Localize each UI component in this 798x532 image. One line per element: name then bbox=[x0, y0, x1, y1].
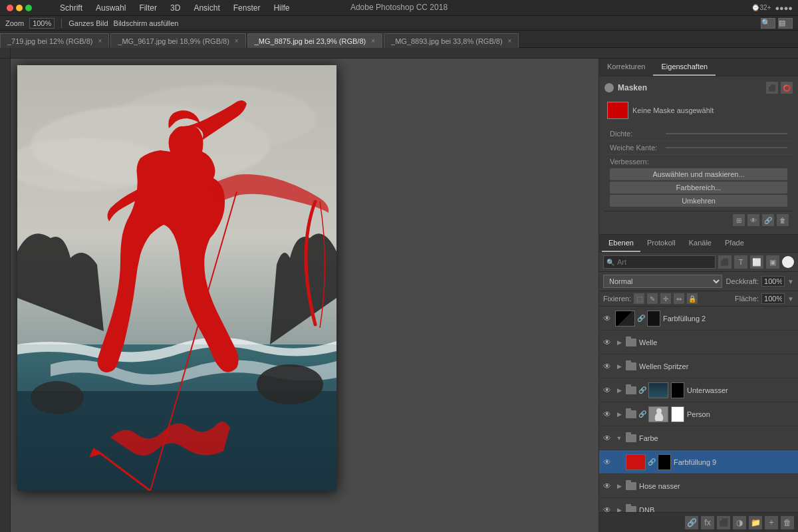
layer-visibility-2[interactable]: 👁 bbox=[602, 361, 612, 372]
tab-1[interactable]: _MG_9617.jpg bei 18,9% (RGB/8) × bbox=[110, 33, 245, 48]
layer-item[interactable]: 👁 🔗 Farbfüllung 2 bbox=[599, 307, 798, 331]
tab-korrekturen[interactable]: Korrekturen bbox=[599, 59, 653, 76]
tab-close-1[interactable]: × bbox=[235, 37, 239, 45]
search-box[interactable]: 🔍 bbox=[603, 255, 716, 269]
layer-expand-4[interactable]: ▶ bbox=[615, 410, 623, 418]
blend-mode-select[interactable]: Normal bbox=[603, 275, 722, 288]
menu-hilfe[interactable]: Hilfe bbox=[267, 0, 296, 15]
maske-row: Keine Maske ausgewählt bbox=[604, 99, 793, 122]
layer-visibility-6[interactable]: 👁 bbox=[602, 457, 612, 467]
umkehren-btn[interactable]: Umkehren bbox=[610, 195, 787, 207]
menu-3d[interactable]: 3D bbox=[164, 0, 187, 15]
layer-expand-2[interactable]: ▶ bbox=[615, 362, 623, 370]
layer-expand-8[interactable]: ▶ bbox=[615, 506, 623, 513]
menu-ansicht[interactable]: Ansicht bbox=[187, 0, 226, 15]
fix-icon-4[interactable]: ⇔ bbox=[674, 293, 684, 304]
layers-list[interactable]: 👁 🔗 Farbfüllung 2 👁 ▶ Welle bbox=[599, 307, 798, 512]
layer-adj-btn[interactable]: ▣ bbox=[766, 255, 779, 269]
layer-item[interactable]: 👁 🔗 Farbfüllung 9 bbox=[599, 450, 798, 474]
search-icon[interactable]: 🔍 bbox=[761, 18, 775, 29]
layer-visibility-1[interactable]: 👁 bbox=[602, 337, 612, 348]
layer-circle-btn[interactable] bbox=[782, 256, 794, 268]
layer-expand-7[interactable]: ▶ bbox=[615, 482, 623, 490]
menu-schrift[interactable]: Schrift bbox=[53, 0, 89, 15]
layer-link-6: 🔗 bbox=[648, 454, 655, 470]
layer-visibility-5[interactable]: 👁 bbox=[602, 433, 612, 444]
tab-3[interactable]: _MG_8893.jpg bei 33,8% (RGB/8) × bbox=[384, 33, 519, 48]
menu-fenster[interactable]: Fenster bbox=[227, 0, 267, 15]
add-link-btn[interactable]: 🔗 bbox=[685, 516, 698, 529]
prop-icon-4[interactable]: 🗑 bbox=[777, 214, 789, 226]
layer-name-7: Hose nasser bbox=[639, 482, 795, 490]
add-pixel-mask-btn[interactable]: ⬛ bbox=[766, 82, 778, 94]
menu-auswahl[interactable]: Auswahl bbox=[89, 0, 132, 15]
layer-item[interactable]: 👁 ▶ Wellen Spritzer bbox=[599, 354, 798, 378]
tab-eigenschaften[interactable]: Eigenschaften bbox=[653, 59, 716, 76]
layer-visibility-7[interactable]: 👁 bbox=[602, 481, 612, 491]
fixieren-label: Fixieren: bbox=[603, 295, 631, 303]
add-vector-mask-btn[interactable]: ⭕ bbox=[781, 82, 793, 94]
zoom-value[interactable]: 100% bbox=[29, 18, 55, 29]
layer-shape-btn[interactable]: ⬜ bbox=[750, 255, 763, 269]
layers-tab-protokoll[interactable]: Protokoll bbox=[640, 235, 682, 252]
layers-tab-kanaele[interactable]: Kanäle bbox=[682, 235, 718, 252]
layer-search-input[interactable] bbox=[617, 258, 712, 266]
fix-icon-5[interactable]: 🔒 bbox=[687, 293, 698, 304]
tab-2[interactable]: _MG_8875.jpg bei 23,9% (RGB/8) × bbox=[247, 33, 382, 48]
layer-name-8: DNB bbox=[639, 506, 795, 513]
fill-button[interactable]: Bildschirm ausfüllen bbox=[114, 19, 179, 27]
fix-icon-1[interactable]: ⬚ bbox=[634, 293, 644, 304]
dichte-slider[interactable] bbox=[666, 133, 787, 134]
add-mask-btn[interactable]: ⬛ bbox=[717, 516, 730, 529]
add-group-btn[interactable]: 📁 bbox=[749, 516, 762, 529]
layers-panel: Ebenen Protokoll Kanäle Pfade 🔍 ⬛ T ⬜ ▣ … bbox=[599, 235, 798, 532]
layer-folder-4 bbox=[626, 410, 636, 418]
layers-tab-ebenen[interactable]: Ebenen bbox=[602, 235, 640, 252]
layer-item[interactable]: 👁 ▶ Hose nasser bbox=[599, 474, 798, 498]
fix-icon-3[interactable]: ✛ bbox=[660, 293, 671, 304]
tab-close-0[interactable]: × bbox=[98, 37, 102, 45]
main-area: Korrekturen Eigenschaften Masken ⬛ ⭕ Kei… bbox=[0, 59, 798, 532]
weiche-kante-slider[interactable] bbox=[666, 147, 787, 148]
fit-button[interactable]: Ganzes Bild bbox=[68, 19, 108, 27]
layer-item[interactable]: 👁 ▶ 🔗 Unterwasser bbox=[599, 378, 798, 402]
tab-0[interactable]: _719.jpg bei 12% (RGB/8) × bbox=[0, 33, 109, 48]
layer-visibility-8[interactable]: 👁 bbox=[602, 505, 612, 513]
layer-item[interactable]: 👁 ▶ 🔗 Person bbox=[599, 402, 798, 426]
layer-expand-1[interactable]: ▶ bbox=[615, 338, 623, 346]
layer-item[interactable]: 👁 ▼ Farbe bbox=[599, 426, 798, 450]
add-layer-btn[interactable]: + bbox=[765, 516, 778, 529]
layer-visibility-4[interactable]: 👁 bbox=[602, 409, 612, 420]
layer-item[interactable]: 👁 ▶ Welle bbox=[599, 331, 798, 354]
prop-icon-1[interactable]: ⊞ bbox=[733, 214, 745, 226]
farbbereich-btn[interactable]: Farbbereich... bbox=[610, 182, 787, 194]
flaeche-input[interactable] bbox=[761, 293, 785, 304]
fix-icon-2[interactable]: ✎ bbox=[647, 293, 658, 304]
right-panel: Korrekturen Eigenschaften Masken ⬛ ⭕ Kei… bbox=[598, 59, 798, 532]
auswahl-btn[interactable]: Auswählen und maskieren... bbox=[610, 168, 787, 180]
menu-filter[interactable]: Filter bbox=[132, 0, 164, 15]
layer-visibility-3[interactable]: 👁 bbox=[602, 385, 612, 396]
tab-close-3[interactable]: × bbox=[508, 37, 512, 45]
canvas-container[interactable] bbox=[11, 59, 598, 532]
tab-close-2[interactable]: × bbox=[371, 37, 375, 45]
add-adj-btn[interactable]: ◑ bbox=[733, 516, 746, 529]
layer-text-btn[interactable]: T bbox=[734, 255, 747, 269]
layers-tab-pfade[interactable]: Pfade bbox=[718, 235, 751, 252]
prop-icon-3[interactable]: 🔗 bbox=[762, 214, 774, 226]
deckkraft-input[interactable] bbox=[761, 276, 785, 287]
layer-new-group-btn[interactable]: ⬛ bbox=[718, 255, 732, 269]
menu-bar: Schrift Auswahl Filter 3D Ansicht Fenste… bbox=[0, 0, 798, 16]
add-fx-btn[interactable]: fx bbox=[701, 516, 714, 529]
view-icon[interactable]: ▤ bbox=[778, 18, 793, 29]
layer-expand-5[interactable]: ▼ bbox=[615, 434, 623, 442]
flaeche-label: Fläche: bbox=[735, 295, 759, 303]
layer-item[interactable]: 👁 ▶ DNB bbox=[599, 498, 798, 512]
fixieren-row: Fixieren: ⬚ ✎ ✛ ⇔ 🔒 Fläche: ▼ bbox=[599, 291, 798, 307]
delete-layer-btn[interactable]: 🗑 bbox=[781, 516, 794, 529]
layer-expand-3[interactable]: ▶ bbox=[615, 386, 623, 394]
prop-icon-2[interactable]: 👁 bbox=[747, 214, 759, 226]
svg-point-7 bbox=[257, 364, 323, 404]
layer-visibility-0[interactable]: 👁 bbox=[602, 313, 612, 324]
verbessern-row: Verbessern: Auswählen und maskieren... F… bbox=[604, 155, 793, 211]
